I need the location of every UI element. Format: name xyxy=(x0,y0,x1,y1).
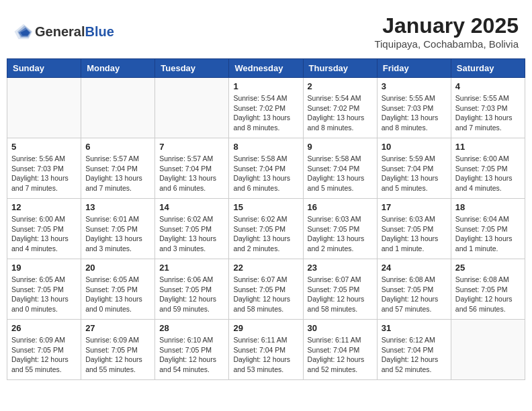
calendar-cell: 9Sunrise: 5:58 AM Sunset: 7:04 PM Daylig… xyxy=(303,138,377,199)
day-number: 24 xyxy=(382,263,447,273)
weekday-header-wednesday: Wednesday xyxy=(229,59,303,78)
calendar-cell: 30Sunrise: 6:11 AM Sunset: 7:04 PM Dayli… xyxy=(303,320,377,380)
day-info: Sunrise: 6:06 AM Sunset: 7:05 PM Dayligh… xyxy=(159,275,224,314)
calendar-cell: 5Sunrise: 5:56 AM Sunset: 7:03 PM Daylig… xyxy=(7,138,81,199)
calendar-cell: 2Sunrise: 5:54 AM Sunset: 7:02 PM Daylig… xyxy=(303,78,377,138)
day-info: Sunrise: 6:04 AM Sunset: 7:05 PM Dayligh… xyxy=(455,214,521,254)
calendar-cell: 8Sunrise: 5:58 AM Sunset: 7:04 PM Daylig… xyxy=(229,138,303,199)
day-info: Sunrise: 5:54 AM Sunset: 7:02 PM Dayligh… xyxy=(308,93,373,133)
calendar-cell: 20Sunrise: 6:05 AM Sunset: 7:05 PM Dayli… xyxy=(81,259,155,320)
calendar-cell: 27Sunrise: 6:09 AM Sunset: 7:05 PM Dayli… xyxy=(81,320,155,380)
day-info: Sunrise: 6:08 AM Sunset: 7:05 PM Dayligh… xyxy=(455,275,521,314)
calendar-cell: 10Sunrise: 5:59 AM Sunset: 7:04 PM Dayli… xyxy=(377,138,451,199)
day-info: Sunrise: 6:10 AM Sunset: 7:05 PM Dayligh… xyxy=(159,335,224,375)
day-number: 6 xyxy=(85,142,150,152)
day-number: 17 xyxy=(382,202,447,212)
day-number: 28 xyxy=(159,323,224,333)
day-number: 7 xyxy=(159,142,224,152)
header: General Blue January 2025 Tiquipaya, Coc… xyxy=(7,7,525,53)
day-number: 29 xyxy=(233,323,298,333)
day-number: 14 xyxy=(159,202,224,212)
calendar-cell: 25Sunrise: 6:08 AM Sunset: 7:05 PM Dayli… xyxy=(451,259,525,320)
day-info: Sunrise: 6:09 AM Sunset: 7:05 PM Dayligh… xyxy=(11,335,77,375)
calendar-cell: 17Sunrise: 6:03 AM Sunset: 7:05 PM Dayli… xyxy=(377,199,451,259)
calendar-cell: 14Sunrise: 6:02 AM Sunset: 7:05 PM Dayli… xyxy=(155,199,229,259)
week-row-2: 5Sunrise: 5:56 AM Sunset: 7:03 PM Daylig… xyxy=(7,138,525,199)
calendar-cell: 31Sunrise: 6:12 AM Sunset: 7:04 PM Dayli… xyxy=(377,320,451,380)
day-info: Sunrise: 6:00 AM Sunset: 7:05 PM Dayligh… xyxy=(455,154,521,193)
calendar-cell: 21Sunrise: 6:06 AM Sunset: 7:05 PM Dayli… xyxy=(155,259,229,320)
day-info: Sunrise: 5:57 AM Sunset: 7:04 PM Dayligh… xyxy=(85,154,150,193)
day-number: 10 xyxy=(382,142,447,152)
day-number: 25 xyxy=(455,263,521,273)
day-info: Sunrise: 6:02 AM Sunset: 7:05 PM Dayligh… xyxy=(233,214,298,254)
calendar-cell: 26Sunrise: 6:09 AM Sunset: 7:05 PM Dayli… xyxy=(7,320,81,380)
calendar-cell: 16Sunrise: 6:03 AM Sunset: 7:05 PM Dayli… xyxy=(303,199,377,259)
day-number: 18 xyxy=(455,202,521,212)
weekday-header-saturday: Saturday xyxy=(451,59,525,78)
day-info: Sunrise: 6:11 AM Sunset: 7:04 PM Dayligh… xyxy=(233,335,298,375)
day-number: 16 xyxy=(308,202,373,212)
day-info: Sunrise: 5:58 AM Sunset: 7:04 PM Dayligh… xyxy=(308,154,373,193)
weekday-header-sunday: Sunday xyxy=(7,59,81,78)
calendar-cell: 7Sunrise: 5:57 AM Sunset: 7:04 PM Daylig… xyxy=(155,138,229,199)
day-number: 30 xyxy=(308,323,373,333)
calendar-cell: 4Sunrise: 5:55 AM Sunset: 7:03 PM Daylig… xyxy=(451,78,525,138)
logo-icon xyxy=(13,21,34,42)
day-info: Sunrise: 6:05 AM Sunset: 7:05 PM Dayligh… xyxy=(11,275,77,314)
weekday-header-friday: Friday xyxy=(377,59,451,78)
day-info: Sunrise: 5:54 AM Sunset: 7:02 PM Dayligh… xyxy=(233,93,298,133)
week-row-3: 12Sunrise: 6:00 AM Sunset: 7:05 PM Dayli… xyxy=(7,199,525,259)
day-number: 22 xyxy=(233,263,298,273)
day-number: 26 xyxy=(11,323,77,333)
day-info: Sunrise: 6:12 AM Sunset: 7:04 PM Dayligh… xyxy=(382,335,447,375)
day-info: Sunrise: 6:03 AM Sunset: 7:05 PM Dayligh… xyxy=(382,214,447,254)
day-info: Sunrise: 5:55 AM Sunset: 7:03 PM Dayligh… xyxy=(382,93,447,133)
day-info: Sunrise: 6:02 AM Sunset: 7:05 PM Dayligh… xyxy=(159,214,224,254)
logo: General Blue xyxy=(13,21,114,42)
day-number: 21 xyxy=(159,263,224,273)
day-number: 23 xyxy=(308,263,373,273)
calendar-cell xyxy=(7,78,81,138)
day-info: Sunrise: 5:55 AM Sunset: 7:03 PM Dayligh… xyxy=(455,93,521,133)
day-info: Sunrise: 6:05 AM Sunset: 7:05 PM Dayligh… xyxy=(85,275,150,314)
day-number: 9 xyxy=(308,142,373,152)
calendar-cell: 18Sunrise: 6:04 AM Sunset: 7:05 PM Dayli… xyxy=(451,199,525,259)
logo-blue-text: Blue xyxy=(85,24,114,40)
day-info: Sunrise: 6:03 AM Sunset: 7:05 PM Dayligh… xyxy=(308,214,373,254)
calendar-cell: 6Sunrise: 5:57 AM Sunset: 7:04 PM Daylig… xyxy=(81,138,155,199)
day-number: 4 xyxy=(455,81,521,91)
calendar-cell xyxy=(155,78,229,138)
calendar-cell xyxy=(81,78,155,138)
calendar-cell: 23Sunrise: 6:07 AM Sunset: 7:05 PM Dayli… xyxy=(303,259,377,320)
day-number: 11 xyxy=(455,142,521,152)
calendar-cell: 13Sunrise: 6:01 AM Sunset: 7:05 PM Dayli… xyxy=(81,199,155,259)
calendar-cell: 3Sunrise: 5:55 AM Sunset: 7:03 PM Daylig… xyxy=(377,78,451,138)
calendar-cell: 1Sunrise: 5:54 AM Sunset: 7:02 PM Daylig… xyxy=(229,78,303,138)
calendar-cell: 22Sunrise: 6:07 AM Sunset: 7:05 PM Dayli… xyxy=(229,259,303,320)
week-row-5: 26Sunrise: 6:09 AM Sunset: 7:05 PM Dayli… xyxy=(7,320,525,380)
weekday-header-thursday: Thursday xyxy=(303,59,377,78)
day-info: Sunrise: 6:11 AM Sunset: 7:04 PM Dayligh… xyxy=(308,335,373,375)
calendar-cell: 29Sunrise: 6:11 AM Sunset: 7:04 PM Dayli… xyxy=(229,320,303,380)
day-number: 19 xyxy=(11,263,77,273)
day-info: Sunrise: 6:07 AM Sunset: 7:05 PM Dayligh… xyxy=(233,275,298,314)
day-info: Sunrise: 5:58 AM Sunset: 7:04 PM Dayligh… xyxy=(233,154,298,193)
location-subtitle: Tiquipaya, Cochabamba, Bolivia xyxy=(374,38,519,50)
weekday-header-tuesday: Tuesday xyxy=(155,59,229,78)
day-info: Sunrise: 6:07 AM Sunset: 7:05 PM Dayligh… xyxy=(308,275,373,314)
day-number: 15 xyxy=(233,202,298,212)
day-info: Sunrise: 6:00 AM Sunset: 7:05 PM Dayligh… xyxy=(11,214,77,254)
day-info: Sunrise: 5:59 AM Sunset: 7:04 PM Dayligh… xyxy=(382,154,447,193)
calendar-cell: 19Sunrise: 6:05 AM Sunset: 7:05 PM Dayli… xyxy=(7,259,81,320)
calendar-cell: 15Sunrise: 6:02 AM Sunset: 7:05 PM Dayli… xyxy=(229,199,303,259)
calendar-cell: 11Sunrise: 6:00 AM Sunset: 7:05 PM Dayli… xyxy=(451,138,525,199)
calendar-cell xyxy=(451,320,525,380)
month-year-title: January 2025 xyxy=(374,13,519,38)
day-number: 20 xyxy=(85,263,150,273)
week-row-4: 19Sunrise: 6:05 AM Sunset: 7:05 PM Dayli… xyxy=(7,259,525,320)
day-number: 27 xyxy=(85,323,150,333)
calendar-cell: 24Sunrise: 6:08 AM Sunset: 7:05 PM Dayli… xyxy=(377,259,451,320)
day-number: 5 xyxy=(11,142,77,152)
day-info: Sunrise: 5:57 AM Sunset: 7:04 PM Dayligh… xyxy=(159,154,224,193)
